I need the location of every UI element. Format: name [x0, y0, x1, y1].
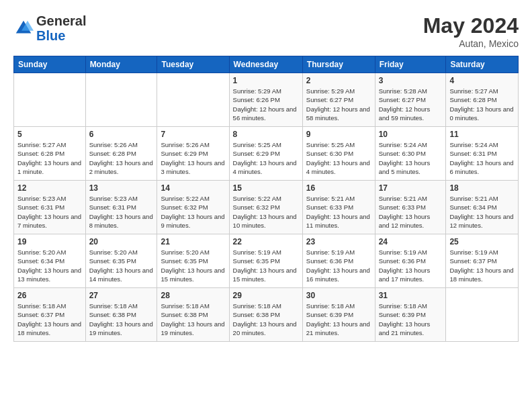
day-info: Sunrise: 5:23 AM Sunset: 6:31 PM Dayligh… — [17, 194, 82, 230]
day-info: Sunrise: 5:21 AM Sunset: 6:34 PM Dayligh… — [449, 194, 515, 230]
title-block: May 2024 Autan, Mexico — [423, 13, 519, 49]
day-number: 2 — [306, 76, 371, 85]
day-number: 21 — [161, 237, 225, 246]
day-info: Sunrise: 5:26 AM Sunset: 6:29 PM Dayligh… — [161, 140, 225, 176]
day-info: Sunrise: 5:22 AM Sunset: 6:32 PM Dayligh… — [161, 194, 225, 230]
day-of-week-header: Thursday — [302, 56, 375, 73]
calendar-cell: 26Sunrise: 5:18 AM Sunset: 6:37 PM Dayli… — [14, 288, 86, 342]
day-info: Sunrise: 5:19 AM Sunset: 6:37 PM Dayligh… — [449, 248, 515, 283]
day-number: 18 — [449, 183, 515, 193]
calendar-week-row: 5Sunrise: 5:27 AM Sunset: 6:28 PM Daylig… — [14, 127, 519, 181]
calendar-cell: 27Sunrise: 5:18 AM Sunset: 6:38 PM Dayli… — [85, 288, 157, 342]
logo-icon — [13, 18, 34, 38]
day-number: 12 — [17, 183, 82, 193]
day-number: 27 — [89, 291, 154, 300]
day-number: 17 — [379, 183, 443, 193]
day-number: 15 — [233, 183, 299, 193]
logo-general-text: General — [36, 13, 86, 28]
day-info: Sunrise: 5:25 AM Sunset: 6:29 PM Dayligh… — [233, 140, 299, 176]
calendar-cell: 11Sunrise: 5:24 AM Sunset: 6:31 PM Dayli… — [446, 127, 519, 181]
month-year-title: May 2024 — [423, 13, 519, 38]
day-number: 3 — [379, 76, 443, 85]
calendar-cell: 31Sunrise: 5:18 AM Sunset: 6:39 PM Dayli… — [375, 288, 446, 342]
day-of-week-header: Monday — [85, 56, 157, 73]
location-subtitle: Autan, Mexico — [423, 38, 519, 49]
calendar-cell: 5Sunrise: 5:27 AM Sunset: 6:28 PM Daylig… — [14, 127, 86, 181]
day-number: 9 — [306, 130, 371, 139]
calendar-cell: 21Sunrise: 5:20 AM Sunset: 6:35 PM Dayli… — [157, 234, 229, 288]
day-info: Sunrise: 5:18 AM Sunset: 6:38 PM Dayligh… — [233, 302, 299, 337]
calendar-cell: 12Sunrise: 5:23 AM Sunset: 6:31 PM Dayli… — [14, 181, 86, 234]
day-number: 28 — [161, 291, 225, 300]
day-info: Sunrise: 5:27 AM Sunset: 6:28 PM Dayligh… — [17, 140, 82, 176]
day-number: 16 — [306, 183, 371, 193]
day-number: 31 — [379, 291, 443, 300]
day-info: Sunrise: 5:23 AM Sunset: 6:31 PM Dayligh… — [89, 194, 154, 230]
calendar-cell: 29Sunrise: 5:18 AM Sunset: 6:38 PM Dayli… — [229, 288, 302, 342]
day-info: Sunrise: 5:21 AM Sunset: 6:33 PM Dayligh… — [379, 194, 443, 230]
calendar-week-row: 1Sunrise: 5:29 AM Sunset: 6:26 PM Daylig… — [14, 73, 519, 127]
day-number: 10 — [379, 130, 443, 139]
calendar-cell: 22Sunrise: 5:19 AM Sunset: 6:35 PM Dayli… — [229, 234, 302, 288]
calendar-cell: 15Sunrise: 5:22 AM Sunset: 6:32 PM Dayli… — [229, 181, 302, 234]
day-info: Sunrise: 5:26 AM Sunset: 6:28 PM Dayligh… — [89, 140, 154, 176]
calendar-cell: 14Sunrise: 5:22 AM Sunset: 6:32 PM Dayli… — [157, 181, 229, 234]
calendar-cell: 16Sunrise: 5:21 AM Sunset: 6:33 PM Dayli… — [302, 181, 375, 234]
day-info: Sunrise: 5:20 AM Sunset: 6:34 PM Dayligh… — [17, 248, 82, 283]
calendar-cell: 17Sunrise: 5:21 AM Sunset: 6:33 PM Dayli… — [375, 181, 446, 234]
calendar-cell — [85, 73, 157, 127]
day-info: Sunrise: 5:20 AM Sunset: 6:35 PM Dayligh… — [89, 248, 154, 283]
day-number: 4 — [449, 76, 515, 85]
day-number: 11 — [449, 130, 515, 139]
calendar-cell: 10Sunrise: 5:24 AM Sunset: 6:30 PM Dayli… — [375, 127, 446, 181]
day-number: 30 — [306, 291, 371, 300]
day-info: Sunrise: 5:22 AM Sunset: 6:32 PM Dayligh… — [233, 194, 299, 230]
calendar-week-row: 12Sunrise: 5:23 AM Sunset: 6:31 PM Dayli… — [14, 181, 519, 234]
calendar-cell: 20Sunrise: 5:20 AM Sunset: 6:35 PM Dayli… — [85, 234, 157, 288]
day-number: 13 — [89, 183, 154, 193]
calendar-cell: 18Sunrise: 5:21 AM Sunset: 6:34 PM Dayli… — [446, 181, 519, 234]
day-info: Sunrise: 5:18 AM Sunset: 6:38 PM Dayligh… — [161, 302, 225, 337]
day-number: 24 — [379, 237, 443, 246]
calendar-cell: 30Sunrise: 5:18 AM Sunset: 6:39 PM Dayli… — [302, 288, 375, 342]
calendar-cell: 1Sunrise: 5:29 AM Sunset: 6:26 PM Daylig… — [229, 73, 302, 127]
day-number: 7 — [161, 130, 225, 139]
calendar-cell: 2Sunrise: 5:29 AM Sunset: 6:27 PM Daylig… — [302, 73, 375, 127]
day-info: Sunrise: 5:25 AM Sunset: 6:30 PM Dayligh… — [306, 140, 371, 176]
day-info: Sunrise: 5:29 AM Sunset: 6:26 PM Dayligh… — [233, 87, 299, 122]
day-number: 23 — [306, 237, 371, 246]
calendar-cell: 23Sunrise: 5:19 AM Sunset: 6:36 PM Dayli… — [302, 234, 375, 288]
calendar-cell: 3Sunrise: 5:28 AM Sunset: 6:27 PM Daylig… — [375, 73, 446, 127]
calendar-cell: 25Sunrise: 5:19 AM Sunset: 6:37 PM Dayli… — [446, 234, 519, 288]
logo-blue-text: Blue — [36, 28, 86, 43]
day-number: 26 — [17, 291, 82, 300]
day-number: 14 — [161, 183, 225, 193]
calendar-cell: 24Sunrise: 5:19 AM Sunset: 6:36 PM Dayli… — [375, 234, 446, 288]
calendar-cell: 8Sunrise: 5:25 AM Sunset: 6:29 PM Daylig… — [229, 127, 302, 181]
day-of-week-header: Friday — [375, 56, 446, 73]
day-of-week-header: Sunday — [14, 56, 86, 73]
day-info: Sunrise: 5:24 AM Sunset: 6:30 PM Dayligh… — [379, 140, 443, 176]
day-info: Sunrise: 5:19 AM Sunset: 6:35 PM Dayligh… — [233, 248, 299, 283]
day-info: Sunrise: 5:18 AM Sunset: 6:39 PM Dayligh… — [306, 302, 371, 337]
calendar-header: SundayMondayTuesdayWednesdayThursdayFrid… — [14, 56, 519, 73]
page-header: General Blue May 2024 Autan, Mexico — [13, 13, 519, 49]
day-of-week-header: Saturday — [446, 56, 519, 73]
logo-text: General Blue — [36, 13, 86, 43]
day-info: Sunrise: 5:24 AM Sunset: 6:31 PM Dayligh… — [449, 140, 515, 176]
calendar-cell — [157, 73, 229, 127]
day-info: Sunrise: 5:28 AM Sunset: 6:27 PM Dayligh… — [379, 87, 443, 122]
calendar-cell: 4Sunrise: 5:27 AM Sunset: 6:28 PM Daylig… — [446, 73, 519, 127]
logo: General Blue — [13, 13, 86, 43]
day-of-week-header: Tuesday — [157, 56, 229, 73]
day-number: 19 — [17, 237, 82, 246]
day-info: Sunrise: 5:19 AM Sunset: 6:36 PM Dayligh… — [379, 248, 443, 283]
day-info: Sunrise: 5:18 AM Sunset: 6:39 PM Dayligh… — [379, 302, 443, 337]
day-info: Sunrise: 5:29 AM Sunset: 6:27 PM Dayligh… — [306, 87, 371, 122]
calendar-week-row: 26Sunrise: 5:18 AM Sunset: 6:37 PM Dayli… — [14, 288, 519, 342]
day-info: Sunrise: 5:27 AM Sunset: 6:28 PM Dayligh… — [449, 87, 515, 122]
day-info: Sunrise: 5:21 AM Sunset: 6:33 PM Dayligh… — [306, 194, 371, 230]
calendar-cell: 9Sunrise: 5:25 AM Sunset: 6:30 PM Daylig… — [302, 127, 375, 181]
day-number: 6 — [89, 130, 154, 139]
calendar-table: SundayMondayTuesdayWednesdayThursdayFrid… — [13, 56, 519, 342]
